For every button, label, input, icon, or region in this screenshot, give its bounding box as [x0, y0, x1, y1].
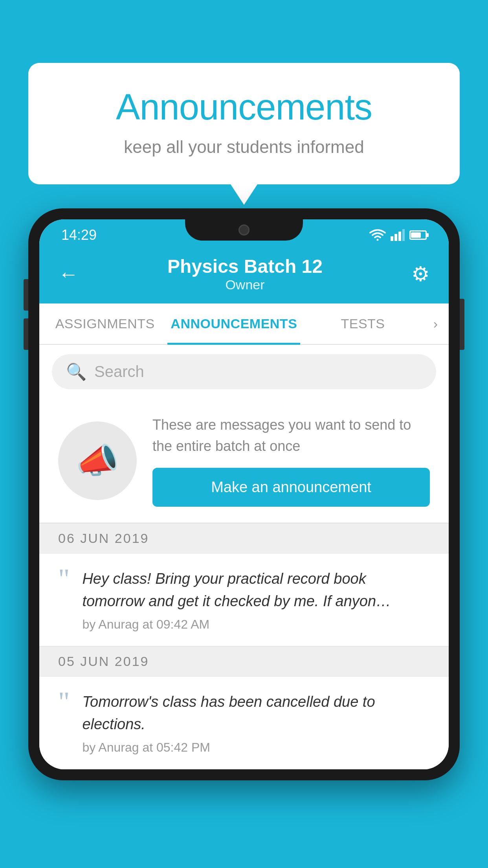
volume-up-button	[24, 279, 28, 311]
header-center: Physics Batch 12 Owner	[167, 256, 323, 292]
megaphone-icon: 📣	[76, 440, 119, 481]
status-time: 14:29	[61, 227, 97, 243]
battery-tip	[427, 233, 429, 237]
megaphone-circle: 📣	[58, 421, 137, 500]
phone-wrapper: 14:29	[28, 208, 460, 868]
make-announcement-button[interactable]: Make an announcement	[152, 468, 430, 507]
search-input[interactable]: Search	[94, 363, 144, 381]
announcement-content-2: Tomorrow's class has been cancelled due …	[82, 691, 430, 755]
speech-bubble: Announcements keep all your students inf…	[28, 63, 460, 184]
date-separator-1: 06 JUN 2019	[39, 523, 449, 554]
battery-fill	[411, 232, 421, 238]
status-icons	[369, 229, 427, 241]
svg-rect-3	[402, 229, 405, 241]
batch-role: Owner	[167, 277, 323, 292]
announcement-text-2: Tomorrow's class has been cancelled due …	[82, 691, 430, 736]
search-container: 🔍 Search	[39, 345, 449, 399]
power-button	[460, 299, 464, 350]
front-camera	[238, 224, 250, 235]
announcement-item-1[interactable]: " Hey class! Bring your practical record…	[39, 554, 449, 646]
announcement-meta-2: by Anurag at 05:42 PM	[82, 740, 430, 755]
svg-rect-1	[394, 234, 397, 241]
bubble-subtitle: keep all your students informed	[60, 137, 428, 157]
date-separator-2: 05 JUN 2019	[39, 646, 449, 677]
announcement-content-1: Hey class! Bring your practical record b…	[82, 568, 430, 632]
volume-down-button	[24, 318, 28, 350]
svg-rect-2	[398, 232, 401, 241]
back-button[interactable]: ←	[58, 262, 79, 286]
search-icon: 🔍	[66, 362, 86, 381]
search-box[interactable]: 🔍 Search	[52, 354, 436, 389]
tab-tests[interactable]: TESTS	[300, 303, 425, 344]
app-header: ← Physics Batch 12 Owner ⚙	[39, 248, 449, 303]
tabs-bar: ASSIGNMENTS ANNOUNCEMENTS TESTS ›	[39, 303, 449, 345]
announcement-meta-1: by Anurag at 09:42 AM	[82, 617, 430, 632]
phone-notch	[185, 219, 303, 241]
tab-more[interactable]: ›	[426, 303, 446, 344]
svg-rect-0	[391, 236, 393, 241]
intro-description: These are messages you want to send to t…	[152, 414, 430, 457]
batch-title: Physics Batch 12	[167, 256, 323, 277]
announcement-intro: 📣 These are messages you want to send to…	[39, 399, 449, 523]
tab-assignments[interactable]: ASSIGNMENTS	[42, 303, 167, 344]
wifi-icon	[369, 229, 386, 241]
bubble-title: Announcements	[60, 86, 428, 128]
tab-announcements[interactable]: ANNOUNCEMENTS	[167, 303, 300, 344]
battery-icon	[409, 230, 427, 240]
signal-icon	[391, 229, 405, 241]
phone-screen: 14:29	[39, 219, 449, 769]
intro-right: These are messages you want to send to t…	[152, 414, 430, 507]
speech-bubble-container: Announcements keep all your students inf…	[28, 63, 460, 184]
quote-icon-2: "	[58, 688, 70, 716]
announcement-text-1: Hey class! Bring your practical record b…	[82, 568, 430, 612]
settings-icon[interactable]: ⚙	[411, 262, 430, 286]
quote-icon-1: "	[58, 565, 70, 593]
phone-outer: 14:29	[28, 208, 460, 780]
announcement-item-2[interactable]: " Tomorrow's class has been cancelled du…	[39, 677, 449, 769]
